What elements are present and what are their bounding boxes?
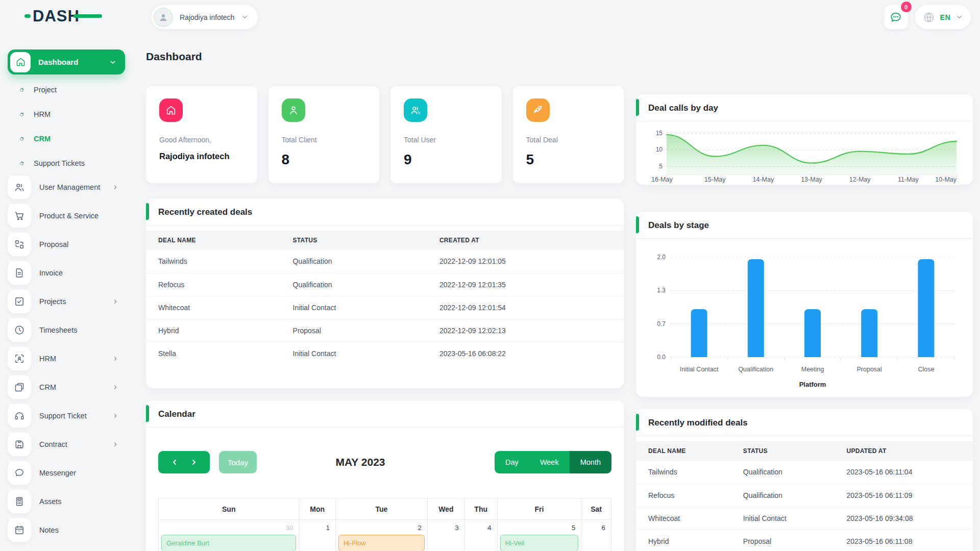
- deals-by-stage-chart: 0.00.71.32.0Initial ContactQualification…: [636, 239, 973, 397]
- calendar-view-month[interactable]: Month: [570, 451, 611, 473]
- table-column-header: STATUS: [731, 441, 835, 461]
- table-cell: Refocus: [636, 484, 731, 507]
- chevron-down-icon: [109, 58, 117, 66]
- card-title: Deals by stage: [648, 220, 709, 230]
- stat-card: Total Deal5: [513, 86, 624, 183]
- calendar-day-cell[interactable]: 30Geraldine Burt: [159, 520, 299, 551]
- sidebar-item-label: Invoice: [39, 269, 63, 277]
- sidebar-item-hrm[interactable]: HRM: [8, 102, 125, 127]
- messages-badge: 0: [901, 2, 912, 12]
- calendar-date-number: 5: [500, 522, 579, 535]
- calendar-event[interactable]: Hi-Flow: [338, 535, 425, 551]
- calendar-day-cell[interactable]: 2Hi-Flow: [335, 520, 427, 551]
- svg-text:12-May: 12-May: [849, 176, 871, 183]
- sidebar-item-label: Proposal: [39, 240, 68, 248]
- chevron-down-icon: [955, 13, 963, 21]
- sidebar-item-timesheets[interactable]: Timesheets: [8, 318, 125, 342]
- calendar-day-cell[interactable]: 1: [299, 520, 335, 551]
- calendar-day-cell[interactable]: 6: [581, 520, 611, 551]
- table-cell: Qualification: [281, 250, 427, 273]
- calendar-prev-next-button[interactable]: [158, 451, 210, 473]
- sidebar-item-assets[interactable]: Assets: [8, 490, 125, 513]
- workspace-avatar: [154, 8, 173, 27]
- svg-text:0.7: 0.7: [657, 320, 666, 328]
- sidebar-item-hrm[interactable]: HRM: [8, 347, 125, 370]
- calendar-date-number: 6: [584, 522, 608, 535]
- calendar-event[interactable]: Hi-Veil: [500, 535, 579, 551]
- sidebar-item-label: Messenger: [39, 469, 76, 477]
- app-logo: DASH: [33, 7, 80, 26]
- svg-text:15: 15: [656, 130, 663, 137]
- messages-button[interactable]: 0: [884, 5, 908, 29]
- calendar-date-number: 30: [161, 522, 296, 535]
- sidebar-item-proposal[interactable]: Proposal: [8, 233, 125, 256]
- svg-text:Meeting: Meeting: [801, 366, 824, 373]
- svg-text:Close: Close: [918, 366, 934, 373]
- sidebar-item-messenger[interactable]: Messenger: [8, 461, 125, 485]
- table-column-header: DEAL NAME: [636, 441, 731, 461]
- table-cell: 2023-05-16 06:11:08: [834, 530, 973, 551]
- sidebar-item-label: User Management: [39, 183, 100, 191]
- calendar-date-number: 2: [338, 522, 425, 535]
- calendar-view-week[interactable]: Week: [529, 451, 570, 473]
- calendar-event[interactable]: Geraldine Burt: [161, 535, 296, 551]
- table-cell: 2022-12-09 12:02:13: [427, 319, 624, 342]
- calendar-today-button[interactable]: Today: [219, 451, 257, 473]
- svg-text:0.0: 0.0: [657, 354, 666, 361]
- deal-calls-chart: 5101516-May15-May14-May13-May12-May11-Ma…: [636, 121, 973, 185]
- language-selector[interactable]: EN: [915, 5, 971, 29]
- sidebar-item-dashboard[interactable]: Dashboard: [8, 49, 125, 74]
- sidebar: DashboardProjectHRMCRMSupport TicketsUse…: [8, 49, 125, 547]
- table-cell: Initial Contact: [281, 296, 427, 319]
- table-cell: Tailwinds: [636, 461, 731, 484]
- sidebar-item-label: HRM: [39, 355, 56, 363]
- table-cell: 2023-05-16 06:08:22: [427, 342, 624, 365]
- sidebar-item-project[interactable]: Project: [8, 78, 125, 102]
- sidebar-item-support-tickets[interactable]: Support Tickets: [8, 151, 125, 176]
- sidebar-item-notes[interactable]: Notes: [8, 518, 125, 542]
- svg-text:5: 5: [659, 163, 663, 170]
- dot-circle-icon: [18, 111, 25, 118]
- calendar-day-name: Thu: [464, 498, 497, 520]
- sidebar-item-contract[interactable]: Contract: [8, 433, 125, 456]
- svg-text:10: 10: [656, 146, 663, 153]
- calendar-day-cell[interactable]: 3: [427, 520, 464, 551]
- sidebar-item-support-ticket[interactable]: Support Ticket: [8, 404, 125, 428]
- card-title: Recently created deals: [158, 207, 252, 217]
- sidebar-item-label: Dashboard: [38, 58, 78, 66]
- calendar-view-switcher: DayWeekMonth: [495, 451, 611, 473]
- table-cell: Whitecoat: [146, 296, 281, 319]
- chevron-left-icon[interactable]: [170, 458, 179, 466]
- users-icon: [8, 176, 31, 199]
- workspace-name: Rajodiya infotech: [180, 13, 234, 21]
- calendar-view-day[interactable]: Day: [495, 451, 529, 473]
- user-icon: [282, 98, 305, 122]
- sidebar-item-crm[interactable]: CRM: [8, 127, 125, 151]
- chat-icon: [889, 11, 902, 24]
- table-row: WhitecoatInitial Contact2023-05-16 09:34…: [636, 507, 973, 530]
- card-header: Recently created deals: [146, 198, 624, 226]
- stat-card-label: Total Deal: [526, 136, 611, 144]
- person-frame-icon: [8, 347, 31, 370]
- calendar-day-cell[interactable]: 4: [464, 520, 497, 551]
- stat-cards-row: Good Afternoon,Rajodiya infotechTotal Cl…: [146, 86, 624, 183]
- stat-card-label: Total Client: [282, 136, 366, 144]
- workspace-selector[interactable]: Rajodiya infotech: [151, 5, 258, 29]
- sidebar-item-invoice[interactable]: Invoice: [8, 261, 125, 285]
- sidebar-item-label: Project: [34, 86, 57, 94]
- rocket-icon: [526, 98, 550, 122]
- card-title: Recently modified deals: [648, 418, 748, 428]
- calendar-grid: SunMonTueWedThuFriSat 30Geraldine Burt12…: [158, 498, 611, 551]
- sidebar-item-product-service[interactable]: Product & Service: [8, 204, 125, 228]
- stat-card-value: 9: [404, 152, 488, 168]
- sidebar-item-projects[interactable]: Projects: [8, 290, 125, 313]
- sidebar-item-label: CRM: [34, 135, 51, 143]
- calendar-day-cell[interactable]: 5Hi-Veil: [497, 520, 581, 551]
- sidebar-item-label: HRM: [34, 110, 51, 118]
- table-row: WhitecoatInitial Contact2022-12-09 12:01…: [146, 296, 624, 319]
- chevron-right-icon[interactable]: [190, 458, 198, 466]
- sidebar-item-crm[interactable]: CRM: [8, 375, 125, 399]
- svg-text:13-May: 13-May: [801, 176, 822, 183]
- sidebar-item-user-management[interactable]: User Management: [8, 176, 125, 199]
- card-header: Calendar: [146, 400, 624, 428]
